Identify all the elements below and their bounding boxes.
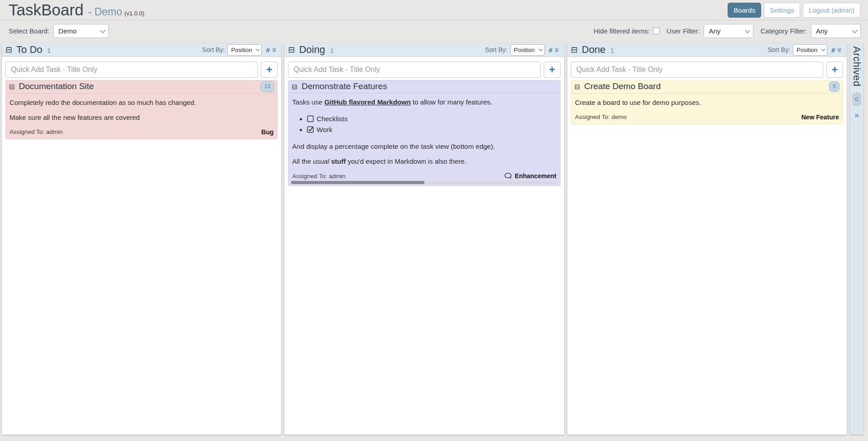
quick-add-input[interactable] bbox=[5, 62, 258, 78]
brand: TaskBoard - Demo (v1.0.0) bbox=[9, 1, 144, 19]
column-title: Doing bbox=[299, 44, 325, 56]
quick-add-row: + bbox=[284, 57, 564, 78]
user-filter-value: Any bbox=[709, 27, 720, 35]
task-paragraph: Make sure all the new features are cover… bbox=[10, 114, 273, 121]
task-card-documentation-site[interactable]: ⊟ Documentation Site 13 Completely redo … bbox=[5, 80, 278, 139]
quick-add-row: + bbox=[2, 57, 281, 78]
column-doing: ⊟ Doing 1 Sort By: Position # » + ⊟ Demo… bbox=[284, 43, 564, 435]
assigned-to: Assigned To: demo bbox=[575, 114, 627, 120]
comment-bubble-icon bbox=[504, 173, 513, 179]
show-task-numbers-icon[interactable]: # bbox=[831, 46, 835, 54]
show-task-numbers-icon[interactable]: # bbox=[549, 46, 552, 54]
archived-task-count: 0 bbox=[853, 93, 860, 106]
task-footer: Assigned To: admin Bug bbox=[6, 128, 277, 139]
expand-column-icon[interactable]: » bbox=[854, 110, 859, 120]
column-archived-collapsed[interactable]: Archived 0 » bbox=[850, 43, 863, 435]
quick-add-input[interactable] bbox=[571, 62, 823, 78]
column-title: Done bbox=[582, 44, 606, 56]
task-title: Demonstrate Features bbox=[302, 81, 387, 91]
quick-add-input[interactable] bbox=[288, 62, 540, 78]
collapse-task-icon[interactable]: ⊟ bbox=[292, 83, 297, 90]
task-description: Create a board to use for demo purposes. bbox=[571, 99, 843, 106]
app-version: (v1.0.0) bbox=[125, 10, 144, 17]
task-card-demonstrate-features[interactable]: ⊟ Demonstrate Features Tasks use GitHub … bbox=[288, 80, 560, 186]
task-footer: Assigned To: demo New Feature bbox=[571, 114, 843, 124]
add-task-button[interactable]: + bbox=[826, 62, 843, 78]
top-bar: TaskBoard - Demo (v1.0.0) Boards Setting… bbox=[0, 0, 868, 20]
task-progress-bar bbox=[291, 181, 557, 184]
sort-by-label: Sort By: bbox=[202, 46, 225, 53]
column-todo-header: ⊟ To Do 1 Sort By: Position # » bbox=[2, 43, 281, 57]
column-task-count: 1 bbox=[330, 47, 334, 54]
sort-select[interactable]: Position bbox=[793, 44, 827, 56]
collapse-task-icon[interactable]: ⊟ bbox=[575, 83, 580, 90]
category-filter-value: Any bbox=[816, 27, 828, 35]
task-points-badge: 13 bbox=[260, 81, 274, 92]
column-done: ⊟ Done 1 Sort By: Position # » + ⊟ Creat… bbox=[567, 43, 847, 435]
user-filter-label: User Filter: bbox=[667, 27, 700, 35]
column-task-count: 1 bbox=[610, 47, 614, 54]
column-done-header: ⊟ Done 1 Sort By: Position # » bbox=[567, 43, 847, 57]
task-paragraph: And display a percentage complete on the… bbox=[292, 142, 556, 150]
sort-select[interactable]: Position bbox=[227, 44, 262, 56]
checkbox-checked-icon[interactable] bbox=[307, 126, 314, 133]
category-filter-label: Category Filter: bbox=[760, 27, 807, 35]
task-description: Completely redo the documentation as so … bbox=[6, 99, 277, 121]
collapse-column-icon[interactable]: ⊟ bbox=[571, 46, 578, 54]
collapse-all-tasks-icon[interactable]: » bbox=[836, 47, 844, 52]
chevron-down-icon bbox=[821, 47, 825, 51]
task-card-header: ⊟ Demonstrate Features bbox=[288, 81, 560, 93]
task-card-create-demo-board[interactable]: ⊟ Create Demo Board 5 Create a board to … bbox=[571, 80, 843, 124]
boards-button[interactable]: Boards bbox=[728, 3, 761, 18]
nav-buttons: Boards Settings Logout (admin) bbox=[728, 3, 860, 18]
sort-select[interactable]: Position bbox=[510, 44, 545, 56]
checklist-item: Work bbox=[307, 126, 556, 133]
column-title: To Do bbox=[16, 44, 42, 56]
filter-bar: Select Board: Demo Hide filtered items: … bbox=[0, 20, 868, 42]
assigned-to: Assigned To: admin bbox=[292, 173, 345, 180]
category-filter-select[interactable]: Any bbox=[811, 24, 861, 38]
task-paragraph: Completely redo the documentation as so … bbox=[10, 99, 273, 106]
sort-select-value: Position bbox=[231, 47, 252, 53]
app-title: TaskBoard bbox=[9, 1, 83, 19]
task-paragraph: All the usual stuff you'd expect in Mark… bbox=[292, 157, 556, 165]
column-todo: ⊟ To Do 1 Sort By: Position # » + ⊟ Docu… bbox=[2, 43, 281, 435]
hide-filtered-checkbox[interactable] bbox=[653, 28, 660, 34]
board-select-value: Demo bbox=[58, 27, 77, 35]
collapse-all-tasks-icon[interactable]: » bbox=[271, 47, 279, 52]
assigned-to: Assigned To: admin bbox=[10, 128, 63, 135]
collapse-column-icon[interactable]: ⊟ bbox=[288, 46, 295, 54]
chevron-down-icon bbox=[100, 28, 105, 33]
column-doing-header: ⊟ Doing 1 Sort By: Position # » bbox=[284, 43, 564, 57]
logout-button[interactable]: Logout (admin) bbox=[803, 3, 860, 18]
checkbox-unchecked-icon[interactable] bbox=[307, 115, 314, 122]
board-select[interactable]: Demo bbox=[53, 24, 109, 38]
select-board-label: Select Board: bbox=[9, 27, 49, 35]
chevron-down-icon bbox=[852, 28, 857, 33]
sort-select-value: Position bbox=[796, 47, 817, 53]
task-category: Bug bbox=[261, 128, 273, 136]
settings-button[interactable]: Settings bbox=[764, 3, 800, 18]
task-category: Enhancement bbox=[504, 172, 556, 180]
task-description: Tasks use GitHub flavored Markdown to al… bbox=[288, 98, 560, 165]
task-category: New Feature bbox=[801, 114, 839, 121]
task-card-header: ⊟ Documentation Site 13 bbox=[6, 81, 277, 94]
markdown-link[interactable]: GitHub flavored Markdown bbox=[324, 98, 411, 106]
sort-select-value: Position bbox=[514, 47, 535, 53]
collapse-task-icon[interactable]: ⊟ bbox=[9, 83, 15, 90]
add-task-button[interactable]: + bbox=[544, 62, 561, 78]
task-title: Documentation Site bbox=[19, 81, 94, 91]
task-footer: Assigned To: admin Enhancement bbox=[288, 172, 560, 181]
show-task-numbers-icon[interactable]: # bbox=[266, 46, 269, 54]
task-card-header: ⊟ Create Demo Board 5 bbox=[571, 81, 843, 94]
sort-by-label: Sort By: bbox=[485, 46, 508, 53]
add-task-button[interactable]: + bbox=[261, 62, 278, 78]
task-title: Create Demo Board bbox=[584, 81, 661, 91]
quick-add-row: + bbox=[567, 57, 847, 78]
task-checklist: Checklists Work bbox=[292, 115, 556, 133]
collapse-all-tasks-icon[interactable]: » bbox=[553, 47, 562, 52]
task-paragraph: Create a board to use for demo purposes. bbox=[575, 99, 839, 106]
user-filter-select[interactable]: Any bbox=[704, 24, 753, 38]
collapse-column-icon[interactable]: ⊟ bbox=[5, 46, 12, 54]
sort-by-label: Sort By: bbox=[767, 46, 790, 53]
